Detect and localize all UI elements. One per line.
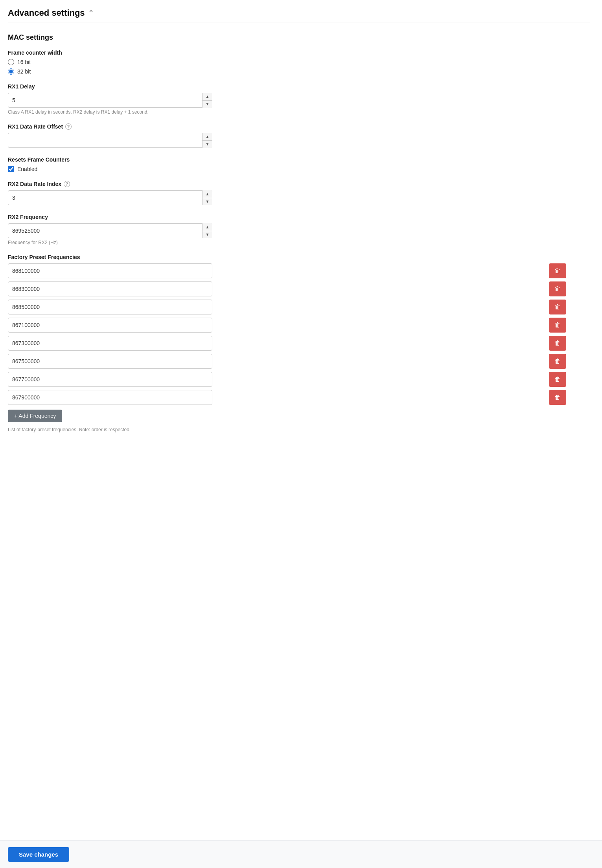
rx2-data-rate-index-input-wrapper: ▲ ▼ <box>8 190 212 205</box>
rx1-data-rate-offset-increment[interactable]: ▲ <box>203 133 212 141</box>
mac-settings-title: MAC settings <box>8 33 590 42</box>
collapse-icon[interactable]: ⌃ <box>88 9 94 17</box>
frequency-row-2: 🗑 <box>8 300 590 314</box>
trash-icon-3: 🗑 <box>554 322 561 329</box>
radio-32bit-label: 32 bit <box>17 68 31 75</box>
rx2-data-rate-index-label: RX2 Data Rate Index ? <box>8 181 590 187</box>
frequency-input-4[interactable] <box>8 336 212 351</box>
rx2-data-rate-index-spinner: ▲ ▼ <box>202 190 212 205</box>
save-changes-button[interactable]: Save changes <box>8 847 69 862</box>
rx1-delay-increment[interactable]: ▲ <box>203 93 212 101</box>
rx1-data-rate-offset-spinner: ▲ ▼ <box>202 133 212 148</box>
rx2-frequency-input[interactable] <box>8 223 212 238</box>
delete-frequency-4[interactable]: 🗑 <box>549 336 566 351</box>
radio-16bit[interactable] <box>8 59 14 65</box>
delete-frequency-0[interactable]: 🗑 <box>549 263 566 278</box>
rx1-data-rate-offset-decrement[interactable]: ▼ <box>203 141 212 148</box>
add-frequency-button[interactable]: + Add Frequency <box>8 410 62 422</box>
factory-preset-frequencies-section: Factory Preset Frequencies 🗑 🗑 <box>8 254 590 432</box>
rx1-data-rate-offset-input[interactable] <box>8 133 212 148</box>
frequency-input-3[interactable] <box>8 318 212 333</box>
radio-16bit-label: 16 bit <box>17 59 31 65</box>
advanced-settings-header: Advanced settings ⌃ <box>8 8 590 22</box>
rx1-delay-input-wrapper: ▲ ▼ <box>8 93 212 108</box>
frequency-row-3: 🗑 <box>8 318 590 333</box>
radio-item-16bit[interactable]: 16 bit <box>8 59 590 65</box>
rx1-delay-label: RX1 Delay <box>8 83 590 90</box>
delete-frequency-2[interactable]: 🗑 <box>549 300 566 314</box>
frame-counter-width-group: Frame counter width 16 bit 32 bit <box>8 50 590 75</box>
frequency-input-7[interactable] <box>8 390 212 405</box>
rx1-data-rate-offset-group: RX1 Data Rate Offset ? ▲ ▼ <box>8 123 590 148</box>
trash-icon-0: 🗑 <box>554 267 561 274</box>
rx2-frequency-label: RX2 Frequency <box>8 214 590 220</box>
resets-frame-counters-group: Resets Frame Counters Enabled <box>8 156 590 172</box>
frame-counter-width-label: Frame counter width <box>8 50 590 56</box>
trash-icon-4: 🗑 <box>554 340 561 347</box>
factory-preset-hint: List of factory-preset frequencies. Note… <box>8 427 590 432</box>
rx2-frequency-increment[interactable]: ▲ <box>203 223 212 231</box>
delete-frequency-1[interactable]: 🗑 <box>549 281 566 296</box>
rx1-delay-hint: Class A RX1 delay in seconds. RX2 delay … <box>8 109 590 115</box>
rx1-delay-decrement[interactable]: ▼ <box>203 101 212 108</box>
delete-frequency-3[interactable]: 🗑 <box>549 318 566 333</box>
rx2-data-rate-index-input[interactable] <box>8 190 212 205</box>
frequency-row-0: 🗑 <box>8 263 590 278</box>
factory-preset-frequencies-label: Factory Preset Frequencies <box>8 254 590 260</box>
rx2-frequency-input-wrapper: ▲ ▼ <box>8 223 212 238</box>
delete-frequency-7[interactable]: 🗑 <box>549 390 566 405</box>
rx1-data-rate-offset-help-icon[interactable]: ? <box>65 123 72 130</box>
delete-frequency-5[interactable]: 🗑 <box>549 354 566 369</box>
page-title: Advanced settings <box>8 8 85 18</box>
rx2-data-rate-index-decrement[interactable]: ▼ <box>203 198 212 206</box>
rx1-data-rate-offset-input-wrapper: ▲ ▼ <box>8 133 212 148</box>
frequency-input-1[interactable] <box>8 281 212 296</box>
radio-item-32bit[interactable]: 32 bit <box>8 68 590 75</box>
frequency-input-2[interactable] <box>8 300 212 314</box>
frequency-row-7: 🗑 <box>8 390 590 405</box>
trash-icon-7: 🗑 <box>554 394 561 401</box>
resets-frame-counters-checkbox-text: Enabled <box>17 166 37 172</box>
rx2-frequency-group: RX2 Frequency ▲ ▼ Frequency for RX2 (Hz) <box>8 214 590 245</box>
delete-frequency-6[interactable]: 🗑 <box>549 372 566 387</box>
add-frequency-label: + Add Frequency <box>14 413 56 419</box>
radio-32bit[interactable] <box>8 68 14 75</box>
resets-frame-counters-label: Resets Frame Counters <box>8 156 590 163</box>
rx1-delay-spinner: ▲ ▼ <box>202 93 212 108</box>
frequency-row-4: 🗑 <box>8 336 590 351</box>
rx1-delay-group: RX1 Delay ▲ ▼ Class A RX1 delay in secon… <box>8 83 590 115</box>
resets-frame-counters-checkbox-label[interactable]: Enabled <box>8 166 590 172</box>
frame-counter-radio-group: 16 bit 32 bit <box>8 59 590 75</box>
rx1-data-rate-offset-label: RX1 Data Rate Offset ? <box>8 123 590 130</box>
trash-icon-6: 🗑 <box>554 376 561 383</box>
mac-settings-section: MAC settings Frame counter width 16 bit … <box>8 33 590 432</box>
frequency-row-5: 🗑 <box>8 354 590 369</box>
frequency-row-6: 🗑 <box>8 372 590 387</box>
trash-icon-5: 🗑 <box>554 358 561 365</box>
frequency-row-1: 🗑 <box>8 281 590 296</box>
frequency-input-0[interactable] <box>8 263 212 278</box>
rx2-data-rate-index-help-icon[interactable]: ? <box>64 181 70 187</box>
rx2-frequency-spinner: ▲ ▼ <box>202 223 212 238</box>
trash-icon-2: 🗑 <box>554 303 561 311</box>
rx2-frequency-decrement[interactable]: ▼ <box>203 231 212 239</box>
rx2-frequency-hint: Frequency for RX2 (Hz) <box>8 240 590 245</box>
trash-icon-1: 🗑 <box>554 285 561 292</box>
frequency-input-6[interactable] <box>8 372 212 387</box>
rx2-data-rate-index-increment[interactable]: ▲ <box>203 190 212 198</box>
save-bar: Save changes <box>0 840 602 868</box>
rx2-data-rate-index-group: RX2 Data Rate Index ? ▲ ▼ <box>8 181 590 205</box>
rx1-delay-input[interactable] <box>8 93 212 108</box>
resets-frame-counters-checkbox[interactable] <box>8 166 14 172</box>
frequency-input-5[interactable] <box>8 354 212 369</box>
